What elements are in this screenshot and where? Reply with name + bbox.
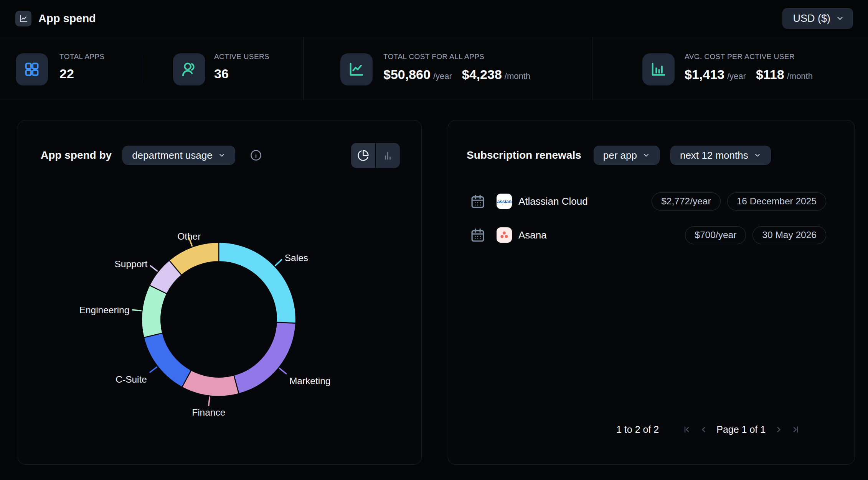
- pagination-page: Page 1 of 1: [716, 424, 766, 435]
- renewal-row-atlassian[interactable]: assian Atlassian Cloud $2,772/year 16 De…: [470, 190, 826, 212]
- total-cost-year: $50,860: [383, 67, 431, 82]
- donut-label-line-finance: [209, 397, 210, 406]
- grid-icon: [16, 53, 48, 85]
- donut-label-other: Other: [177, 231, 201, 242]
- donut-label-line-marketing: [280, 368, 286, 374]
- renewal-date-badge: 16 December 2025: [727, 192, 826, 210]
- asana-logo: [497, 227, 512, 243]
- stat-label-active-users: ACTIVE USERS: [214, 53, 269, 61]
- users-icon: [173, 53, 205, 85]
- divider: [142, 56, 142, 82]
- calendar-icon: [470, 193, 486, 209]
- donut-label-finance: Finance: [192, 407, 225, 418]
- price-badge: $2,772/year: [652, 192, 720, 210]
- donut-label-line-engineering: [132, 310, 141, 311]
- top-bar: App spend USD ($): [0, 0, 868, 37]
- line-chart-icon: [340, 53, 373, 85]
- previous-page-button[interactable]: [695, 421, 712, 438]
- donut-segment-engineering[interactable]: [142, 285, 167, 338]
- app-name: Asana: [518, 229, 547, 241]
- chevron-right-icon: [774, 424, 784, 435]
- donut-label-line-support: [150, 266, 157, 271]
- stat-value-avg-cost: $1,413 /year $118 /month: [685, 67, 813, 82]
- currency-selector[interactable]: USD ($): [782, 8, 853, 29]
- subscription-renewals-card: Subscription renewals per app next 12 mo…: [448, 120, 855, 465]
- donut-label-marketing: Marketing: [289, 376, 331, 386]
- stat-label-total-apps: TOTAL APPS: [59, 53, 105, 61]
- renewals-per-selector[interactable]: per app: [594, 146, 660, 165]
- total-cost-month-unit: /month: [505, 71, 530, 81]
- donut-segment-group-finance: Finance: [182, 370, 239, 418]
- renewal-row-asana[interactable]: Asana $700/year 30 May 2026: [470, 224, 826, 246]
- donut-segment-group-sales: Sales: [219, 242, 308, 323]
- total-cost-month: $4,238: [462, 67, 502, 82]
- donut-label-line-c-suite: [150, 367, 157, 372]
- first-page-icon: [682, 424, 692, 435]
- app-name: Atlassian Cloud: [518, 196, 588, 207]
- price-badge: $700/year: [685, 226, 746, 244]
- department-spend-donut-chart: SalesMarketingFinanceC-SuiteEngineeringS…: [18, 120, 422, 465]
- renewals-panel-title: Subscription renewals: [467, 149, 581, 161]
- app-spend-card: App spend by department usage: [18, 120, 422, 465]
- chevron-down-icon: [836, 14, 844, 23]
- avg-cost-year-unit: /year: [727, 71, 746, 81]
- donut-label-line-sales: [276, 260, 282, 265]
- atlassian-logo: assian: [497, 194, 512, 209]
- donut-segment-group-other: Other: [169, 231, 219, 275]
- currency-selector-label: USD ($): [793, 13, 830, 25]
- donut-segment-group-marketing: Marketing: [234, 322, 330, 394]
- avg-cost-year: $1,413: [685, 67, 724, 82]
- chevron-down-icon: [642, 151, 650, 159]
- donut-segment-c-suite[interactable]: [144, 333, 191, 387]
- stat-value-total-cost: $50,860 /year $4,238 /month: [383, 67, 530, 82]
- donut-label-c-suite: C-Suite: [116, 374, 147, 385]
- last-page-button[interactable]: [787, 421, 804, 438]
- renewals-per-selector-label: per app: [603, 150, 637, 161]
- avg-cost-month-unit: /month: [787, 71, 813, 81]
- donut-label-engineering: Engineering: [79, 305, 130, 315]
- donut-segment-group-engineering: Engineering: [79, 285, 167, 338]
- avg-cost-month: $118: [756, 67, 784, 82]
- donut-segment-finance[interactable]: [182, 370, 239, 396]
- chevron-down-icon: [754, 151, 761, 159]
- chevron-left-icon: [698, 424, 709, 435]
- calendar-icon: [470, 227, 486, 243]
- bar-chart-icon: [642, 53, 675, 85]
- stat-value-active-users: 36: [214, 66, 229, 81]
- donut-label-sales: Sales: [285, 253, 308, 263]
- donut-segment-group-c-suite: C-Suite: [116, 333, 191, 387]
- app-spend-logo-icon: [15, 11, 31, 26]
- stat-label-total-cost: TOTAL COST FOR ALL APPS: [383, 53, 484, 61]
- divider: [592, 37, 592, 100]
- stat-value-total-apps: 22: [59, 66, 74, 81]
- first-page-button[interactable]: [678, 421, 695, 438]
- donut-segment-marketing[interactable]: [234, 322, 295, 394]
- total-cost-year-unit: /year: [433, 71, 452, 81]
- next-page-button[interactable]: [770, 421, 787, 438]
- last-page-icon: [790, 424, 801, 435]
- renewals-range-selector[interactable]: next 12 months: [670, 146, 771, 165]
- renewal-date-badge: 30 May 2026: [752, 226, 826, 244]
- stat-label-avg-cost: AVG. COST PER ACTIVE USER: [685, 53, 795, 61]
- pagination: 1 to 2 of 2 Page 1 of 1: [616, 419, 804, 440]
- divider: [303, 37, 304, 100]
- pagination-range: 1 to 2 of 2: [616, 424, 659, 435]
- atlassian-logo-text: assian: [497, 199, 511, 204]
- page-title: App spend: [38, 12, 96, 25]
- stats-band: TOTAL APPS 22 ACTIVE USERS 36 TOTAL COST…: [0, 37, 868, 100]
- donut-label-support: Support: [114, 259, 147, 269]
- renewals-range-selector-label: next 12 months: [680, 150, 748, 161]
